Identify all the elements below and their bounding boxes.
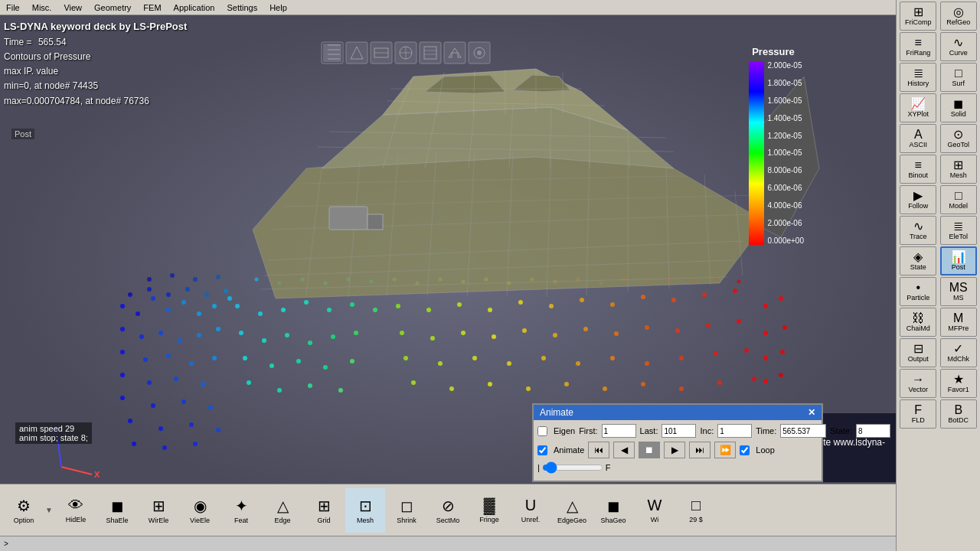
menu-misc[interactable]: Misc. [26,2,58,14]
toolbar-btn-follow[interactable]: ▶Follow [900,185,936,214]
toolbar-btn-history[interactable]: ≣History [900,63,936,92]
svg-point-59 [426,308,431,312]
svg-point-86 [541,356,546,360]
state-input[interactable] [856,424,890,438]
toolbar-btn-particle[interactable]: •Particle [900,277,936,306]
animate-checkbox[interactable] [537,445,547,455]
toolbar-btn-mesh[interactable]: ⊞Mesh [940,155,977,184]
prev-frame-button[interactable]: ◀ [613,442,635,458]
svg-rect-185 [368,214,383,230]
bottom-btn-shageo[interactable]: ◼ShaGeo [593,488,633,533]
bottom-btn-vieele[interactable]: ◉VieEle [180,488,220,533]
svg-point-42 [373,308,377,312]
toolbar-btn-post[interactable]: 📊Post [940,246,977,276]
svg-point-56 [308,383,312,388]
first-input[interactable] [602,424,636,438]
stop-button[interactable]: ⏹ [639,442,660,458]
svg-point-106 [782,325,787,330]
toolbar-btn-frirang[interactable]: ≡FriRang [900,32,936,61]
play-button[interactable]: ▶ [664,442,685,458]
svg-point-30 [158,426,163,431]
bottom-btn-feat[interactable]: ✦Feat [221,488,261,533]
svg-point-69 [733,289,737,293]
svg-point-94 [449,386,454,391]
loop-checkbox[interactable] [740,445,750,455]
toolbar-btn-solid[interactable]: ◼Solid [940,93,977,122]
toolbar-btn-fld[interactable]: FFLD [900,399,936,429]
svg-point-97 [564,382,569,386]
bottom-btn-edge[interactable]: △Edge [263,488,302,533]
animate-close-button[interactable]: ✕ [808,407,815,418]
svg-point-22 [147,380,152,385]
max-ip-label: max IP. value [4,64,187,79]
bottom-btn-sectmo[interactable]: ⊘SectMo [428,488,468,533]
toolbar-btn-chaimd[interactable]: ⛓ChaiMd [900,308,936,337]
toolbar-btn-surf[interactable]: □Surf [940,63,977,92]
bottom-btn-option[interactable]: ⚙Option [4,488,44,533]
last-input[interactable] [662,424,696,438]
first-frame-button[interactable]: ⏮ [588,442,609,458]
toolbar-btn-mfpre[interactable]: MMFPre [940,308,977,337]
menu-settings[interactable]: Settings [220,2,263,14]
animate-dialog-title[interactable]: Animate ✕ [534,405,822,420]
toolbar-btn-output[interactable]: ⊟Output [900,338,936,367]
toolbar-btn-favor1[interactable]: ★Favor1 [940,369,977,398]
toolbar-btn-eletol[interactable]: ≣EleTol [940,216,977,245]
toolbar-btn-fricomp[interactable]: ⊞FriComp [900,2,936,31]
svg-point-85 [507,361,511,366]
toolbar-btn-vector[interactable]: →Vector [900,369,936,398]
bottom-btn-fringe[interactable]: ▓Fringe [469,488,509,533]
next-frame-button[interactable]: ⏭ [689,442,710,458]
toolbar-btn-geotol[interactable]: ⊙GeoTol [940,124,977,153]
svg-point-142 [737,280,741,284]
scale-label: 0.000e+00 [767,236,804,245]
info-overlay: LS-DYNA keyword deck by LS-PrePost Time … [4,19,187,109]
inc-input[interactable] [717,424,752,438]
dropdown-arrow[interactable]: ▼ [45,488,54,533]
animation-slider[interactable] [542,462,603,473]
menu-geometry[interactable]: Geometry [88,2,137,14]
svg-point-24 [201,382,205,386]
toolbar-btn-model[interactable]: □Model [940,185,977,214]
toolbar-btn-botdc[interactable]: BBotDC [940,399,977,429]
toolbar-btn-state[interactable]: ◈State [900,246,936,276]
toolbar-btn-refgeo[interactable]: ◎RefGeo [940,2,977,31]
menu-help[interactable]: Help [263,2,293,14]
toolbar-btn-curve[interactable]: ∿Curve [940,32,977,61]
time-label: Time: [756,426,776,435]
menu-view[interactable]: View [57,2,88,14]
toolbar-btn-ascii[interactable]: AASCII [900,124,936,153]
svg-point-55 [277,388,282,393]
toolbar-btn-trace[interactable]: ∿Trace [900,216,936,245]
svg-point-107 [763,356,768,360]
bottom-btn-shrink[interactable]: ◻Shrink [387,488,426,533]
svg-point-119 [193,277,198,282]
svg-point-3 [136,311,140,316]
eigen-checkbox[interactable] [537,426,547,436]
bottom-btn-wirele[interactable]: ⊞WirEle [139,488,178,533]
bottom-btn-shaele[interactable]: ◼ShaEle [97,488,137,533]
animate-dialog: Animate ✕ Eigen First: Last: Inc: Time: … [532,403,823,482]
bottom-btn-[interactable]: □29 $ [676,488,716,533]
bottom-btn-edgegeo[interactable]: △EdgeGeo [552,488,592,533]
svg-point-117 [147,277,152,282]
toolbar-btn-binout[interactable]: ≡Binout [900,155,936,184]
bottom-btn-mesh[interactable]: ⊡Mesh [345,488,385,533]
last-frame-button[interactable]: ⏩ [714,442,736,458]
menu-fem[interactable]: FEM [137,2,167,14]
toolbar-btn-ms[interactable]: MSMS [940,277,977,306]
svg-point-37 [258,311,263,316]
toolbar-btn-xyplot[interactable]: 📈XYPlot [900,93,936,122]
bottom-btn-hidele[interactable]: 👁HidEle [56,488,96,533]
menu-file[interactable]: File [0,2,26,14]
scale-label: 1.000e-05 [767,148,804,157]
view-cubes [322,42,490,64]
toolbar-btn-mdchk[interactable]: ✓MdChk [940,338,977,367]
svg-point-67 [671,298,676,302]
animate-label: Animate [554,445,584,455]
bottom-btn-grid[interactable]: ⊞Grid [304,488,344,533]
bottom-btn-wi[interactable]: WWi [635,488,675,533]
time-input[interactable] [780,424,826,438]
bottom-btn-unref[interactable]: UUnref. [511,488,550,533]
menu-application[interactable]: Application [168,2,221,14]
